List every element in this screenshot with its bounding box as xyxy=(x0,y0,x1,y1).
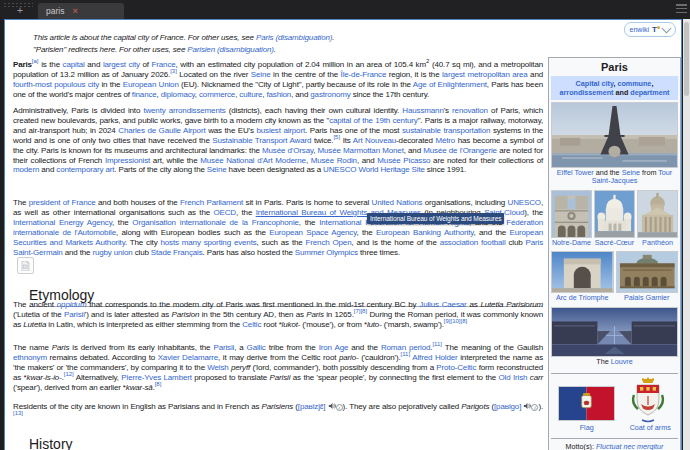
wiki-link[interactable]: [paʁizjɛ̃] xyxy=(298,402,326,411)
wiki-link[interactable]: Parisien (disambiguation) xyxy=(187,45,274,54)
wiki-link[interactable]: sustainable transportation xyxy=(402,126,490,135)
speaker-icon[interactable] xyxy=(523,402,531,410)
wiki-link[interactable]: arrondissement xyxy=(560,88,614,97)
notre-dame-image[interactable] xyxy=(551,190,592,238)
wiki-link[interactable]: [11] xyxy=(432,341,442,347)
wiki-link[interactable]: [7][8] xyxy=(354,308,367,314)
wiki-link[interactable]: Stade Français xyxy=(151,248,203,257)
new-tab-button[interactable]: + xyxy=(14,4,26,17)
wiki-link[interactable]: department xyxy=(630,88,669,97)
coat-of-arms-caption[interactable]: Coat of arms xyxy=(630,423,671,432)
wiki-link[interactable]: Musée Marmottan Monet xyxy=(318,146,404,155)
wiki-link[interactable]: European Union xyxy=(123,80,179,89)
wiki-link[interactable]: commune xyxy=(617,79,651,88)
wiki-link[interactable]: UNESCO xyxy=(508,198,541,207)
close-icon[interactable]: × xyxy=(72,6,77,16)
wiki-link[interactable]: Fluctuat nec mergitur xyxy=(596,442,664,450)
info-icon[interactable]: i xyxy=(336,404,343,411)
wiki-link[interactable]: Sustainable Transport Award xyxy=(212,136,311,145)
image-placeholder-icon[interactable] xyxy=(17,257,34,274)
wiki-link[interactable]: president of France xyxy=(29,198,96,207)
wiki-link[interactable]: rugby union xyxy=(92,248,132,257)
wiki-link[interactable]: Celtic xyxy=(242,320,261,329)
browser-tab[interactable]: paris × xyxy=(38,3,124,19)
enwiki-badge[interactable]: enwiki T xyxy=(624,22,676,37)
wiki-link[interactable]: renovation xyxy=(452,106,488,115)
notre-dame-caption[interactable]: Notre-Dame xyxy=(552,238,591,247)
sacre-coeur-caption[interactable]: Sacré-Cœur xyxy=(595,238,635,247)
louvre-image[interactable] xyxy=(551,307,678,357)
wiki-link[interactable]: [3] xyxy=(170,68,177,74)
wiki-link[interactable]: French Open xyxy=(306,238,352,247)
wiki-link[interactable]: Seine xyxy=(207,165,227,174)
pantheon-image[interactable] xyxy=(637,190,678,238)
arc-de-triomphe-caption[interactable]: Arc de Triomphe xyxy=(556,293,609,302)
wiki-link[interactable]: European Banking Authority xyxy=(376,228,473,237)
wiki-link[interactable]: [8] xyxy=(155,381,162,387)
wiki-link[interactable]: Gallic xyxy=(247,343,266,352)
scrollbar[interactable] xyxy=(683,19,690,450)
wiki-link[interactable]: Métro xyxy=(435,136,455,145)
wiki-link[interactable]: oppidum xyxy=(57,300,87,309)
wiki-link[interactable]: Organisation internationale de la Franco… xyxy=(132,218,298,227)
palais-garnier-image[interactable] xyxy=(616,251,679,293)
wiki-link[interactable]: [paʁigo] xyxy=(494,402,521,411)
wiki-link[interactable]: OECD xyxy=(213,208,236,217)
wiki-link[interactable]: largest metropolitan area xyxy=(442,70,528,79)
wiki-link[interactable]: Welsh xyxy=(207,363,228,372)
wiki-link[interactable]: commerce xyxy=(199,90,235,99)
wiki-link[interactable]: contemporary art xyxy=(56,165,114,174)
wiki-link[interactable]: association football xyxy=(440,238,506,247)
wiki-link[interactable]: Parisii xyxy=(64,310,85,319)
wiki-link[interactable]: Old Irish xyxy=(499,373,528,382)
wiki-link[interactable]: European Space Agency xyxy=(269,228,356,237)
wiki-link[interactable]: Art Nouveau xyxy=(353,136,396,145)
wiki-link[interactable]: Iron Age xyxy=(319,343,349,352)
wiki-link[interactable]: [13] xyxy=(13,410,23,416)
wiki-link[interactable]: Musée d'Orsay xyxy=(262,146,313,155)
speaker-icon[interactable] xyxy=(328,402,336,410)
wiki-link[interactable]: hosts many sporting events xyxy=(160,238,256,247)
wiki-link[interactable]: Musée de l'Orangerie xyxy=(423,146,497,155)
wiki-link[interactable]: [12] xyxy=(64,371,74,377)
palais-garnier-caption[interactable]: Palais Garnier xyxy=(624,293,670,302)
wiki-link[interactable]: largest city xyxy=(103,60,140,69)
wiki-link[interactable]: United Nations xyxy=(372,198,423,207)
arc-de-triomphe-image[interactable] xyxy=(551,251,614,293)
wiki-link[interactable]: Age of Enlightenment xyxy=(413,80,487,89)
coat-of-arms-image[interactable] xyxy=(630,377,666,423)
wiki-link[interactable]: Musée National d'Art Moderne xyxy=(200,156,306,165)
wiki-link[interactable]: modern xyxy=(13,165,39,174)
wiki-link[interactable]: International Energy Agency xyxy=(13,218,112,227)
wiki-link[interactable]: busiest airport xyxy=(256,126,305,135)
wiki-link[interactable]: Charles de Gaulle Airport xyxy=(118,126,205,135)
wiki-link[interactable]: Xavier Delamarre xyxy=(158,353,218,362)
wiki-link[interactable]: Seine xyxy=(251,70,271,79)
wiki-link[interactable]: culture xyxy=(239,90,262,99)
wiki-link[interactable]: [9][10][8] xyxy=(444,318,467,324)
wiki-link[interactable]: Haussmann xyxy=(402,106,443,115)
wiki-link[interactable]: [11] xyxy=(401,351,411,357)
flag-caption[interactable]: Flag xyxy=(580,423,594,432)
wiki-link[interactable]: Parisii xyxy=(213,343,234,352)
wiki-link[interactable]: Île-de-France xyxy=(341,70,387,79)
menu-icon[interactable] xyxy=(676,4,687,13)
wiki-link[interactable]: Louvre xyxy=(611,357,633,366)
wiki-link[interactable]: capital xyxy=(63,60,85,69)
wiki-link[interactable]: Paris (disambiguation) xyxy=(256,33,332,42)
wiki-link[interactable]: Summer Olympics xyxy=(295,248,358,257)
wiki-link[interactable]: [a] xyxy=(32,58,39,64)
wiki-link[interactable]: Musée Rodin xyxy=(311,156,357,165)
wiki-link[interactable]: Julius Caesar xyxy=(419,300,466,309)
wiki-link[interactable]: Impressionist xyxy=(105,156,150,165)
flag-image[interactable] xyxy=(558,386,615,421)
wiki-link[interactable]: capital of the 19th century xyxy=(329,116,417,125)
eiffel-tower-image[interactable] xyxy=(551,102,678,168)
wiki-link[interactable]: fashion xyxy=(266,90,291,99)
wiki-link[interactable]: Eiffel Tower xyxy=(557,168,594,177)
wiki-link[interactable]: twenty arrondissements xyxy=(143,106,225,115)
wiki-link[interactable]: French Parliament xyxy=(180,198,243,207)
wiki-link[interactable]: Musée Picasso xyxy=(377,156,430,165)
pantheon-caption[interactable]: Panthéon xyxy=(642,238,673,247)
wiki-link[interactable]: gastronomy xyxy=(310,90,350,99)
